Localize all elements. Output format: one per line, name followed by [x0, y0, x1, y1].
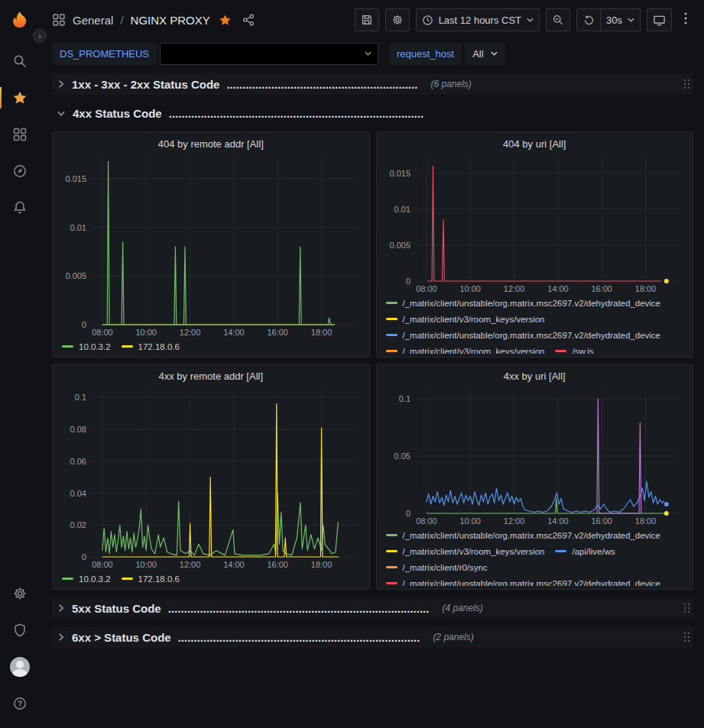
- chart-404-by-remote-addr[interactable]: 08:0010:0012:0014:0016:0018:0000.0050.01…: [59, 153, 363, 338]
- bell-icon: [12, 200, 28, 215]
- legend-item[interactable]: /_matrix/client/r0/sync: [386, 560, 488, 574]
- row-expand-toggle[interactable]: 5xx Status Code ........................…: [52, 602, 680, 615]
- legend-item[interactable]: 172.18.0.6: [122, 339, 180, 354]
- svg-text:18:00: 18:00: [634, 516, 656, 526]
- row-1xx-3xx-2xx-status-code: 1xx - 3xx - 2xx Status Code ............…: [52, 73, 693, 95]
- panels-grid: 404 by remote addr [All] 08:0010:0012:00…: [52, 131, 693, 590]
- breadcrumb-dashboard-title[interactable]: NGINX PROXY: [131, 14, 210, 27]
- legend-item[interactable]: 10.0.3.2: [62, 339, 111, 354]
- refresh-button[interactable]: [576, 8, 601, 31]
- grafana-app: ›: [0, 0, 704, 728]
- main-area: General / NGINX PROXY: [40, 0, 704, 728]
- dashboards-grid-icon: [12, 127, 28, 142]
- legend-item[interactable]: /_matrix/client/unstable/org.matrix.msc2…: [386, 296, 661, 310]
- legend-series-label: /_matrix/client/v3/room_keys/version: [403, 547, 545, 556]
- sidebar-item-explore[interactable]: [0, 153, 40, 189]
- panel-title[interactable]: 404 by uri [All]: [383, 136, 687, 153]
- kebab-menu-button[interactable]: [678, 12, 693, 28]
- dashboard-settings-button[interactable]: [385, 8, 410, 31]
- chart-4xx-by-remote-addr[interactable]: 08:0010:0012:0014:0016:0018:0000.020.040…: [59, 385, 363, 570]
- legend-item[interactable]: /_matrix/client/unstable/org.matrix.msc2…: [386, 528, 661, 542]
- legend-series-color: [122, 345, 133, 348]
- row-5xx-status-code: 5xx Status Code ........................…: [52, 597, 693, 619]
- favorite-star-button[interactable]: [217, 12, 233, 28]
- svg-text:?: ?: [18, 700, 22, 708]
- zoom-out-time-button[interactable]: [546, 8, 570, 31]
- row-title-leader-dots: ........................................…: [168, 602, 430, 615]
- sidebar-item-alerting[interactable]: [0, 189, 40, 226]
- save-dashboard-button[interactable]: [355, 8, 379, 31]
- row-title: 1xx - 3xx - 2xx Status Code: [72, 78, 219, 91]
- svg-text:16:00: 16:00: [591, 516, 612, 526]
- sidebar-item-search[interactable]: [0, 43, 40, 79]
- chevron-down-icon: [365, 51, 371, 56]
- shield-icon: [12, 623, 28, 638]
- svg-text:0.015: 0.015: [65, 174, 86, 183]
- variable-select-ds[interactable]: [160, 43, 378, 65]
- legend-item[interactable]: 172.18.0.6: [122, 571, 180, 586]
- variable-select-request-host[interactable]: All: [465, 43, 504, 65]
- apps-grid-icon[interactable]: [52, 13, 66, 27]
- svg-text:0: 0: [82, 320, 86, 329]
- sidebar-item-dashboards[interactable]: [0, 116, 40, 153]
- variable-request-host: request_host All: [389, 43, 505, 65]
- svg-text:14:00: 14:00: [223, 328, 245, 337]
- legend-item[interactable]: /_matrix/client/v3/room_keys/version: [386, 544, 545, 558]
- drag-dots-icon: [683, 78, 690, 90]
- legend-item[interactable]: 10.0.3.2: [62, 571, 111, 586]
- row-expand-toggle[interactable]: 6xx > Status Code ......................…: [52, 631, 680, 644]
- variable-label-request-host: request_host: [389, 43, 462, 65]
- share-button[interactable]: [240, 11, 257, 28]
- legend-series-color: [386, 550, 397, 552]
- legend-item[interactable]: /api/live/ws: [555, 544, 615, 558]
- sidebar-item-settings[interactable]: [0, 575, 40, 612]
- sidebar-item-starred[interactable]: [0, 79, 40, 116]
- row-drag-handle[interactable]: [680, 78, 693, 90]
- refresh-interval-dropdown[interactable]: 30s: [600, 8, 641, 31]
- kebab-icon: [684, 12, 687, 24]
- legend-item[interactable]: /_matrix/client/unstable/org.matrix.msc2…: [386, 576, 661, 586]
- svg-text:10:00: 10:00: [459, 284, 481, 293]
- panel-title[interactable]: 404 by remote addr [All]: [59, 136, 363, 153]
- row-6xx-status-code: 6xx > Status Code ......................…: [52, 626, 693, 648]
- svg-text:18:00: 18:00: [311, 328, 333, 337]
- grafana-logo[interactable]: [8, 9, 31, 32]
- time-range-picker[interactable]: Last 12 hours CST: [416, 8, 540, 31]
- chart-4xx-by-uri[interactable]: 08:0010:0012:0014:0016:0018:0000.050.1: [383, 385, 687, 526]
- chart-404-by-uri[interactable]: 08:0010:0012:0014:0016:0018:0000.0050.01…: [383, 153, 687, 294]
- svg-text:18:00: 18:00: [634, 284, 656, 293]
- sidebar-item-profile[interactable]: [0, 649, 40, 685]
- legend-item[interactable]: /_matrix/client/v3/room_keys/version: [386, 312, 545, 326]
- refresh-interval-label: 30s: [606, 15, 622, 26]
- panel-title[interactable]: 4xx by remote addr [All]: [59, 368, 363, 385]
- svg-text:0.01: 0.01: [394, 205, 410, 214]
- panel-title[interactable]: 4xx by uri [All]: [383, 368, 687, 385]
- time-range-label: Last 12 hours CST: [439, 15, 521, 26]
- legend-series-color: [555, 550, 566, 552]
- svg-text:10:00: 10:00: [135, 328, 157, 337]
- legend-series-color: [386, 582, 397, 584]
- sidebar-item-admin[interactable]: [0, 612, 40, 649]
- svg-text:18:00: 18:00: [311, 560, 333, 569]
- row-panel-count: (6 panels): [430, 79, 471, 89]
- cycle-view-mode-button[interactable]: [647, 8, 672, 31]
- svg-text:0.01: 0.01: [70, 223, 86, 232]
- legend-item[interactable]: /_matrix/client/v3/room_keys/version: [386, 344, 545, 354]
- star-icon: [12, 90, 28, 105]
- sidebar-expand-button[interactable]: ›: [33, 29, 47, 43]
- legend-series-color: [555, 350, 566, 352]
- svg-text:0.015: 0.015: [389, 169, 410, 178]
- monitor-icon: [653, 14, 666, 27]
- row-drag-handle[interactable]: [680, 602, 693, 614]
- sidebar-item-help[interactable]: ?: [0, 685, 40, 722]
- legend-series-color: [62, 578, 73, 580]
- breadcrumb-section[interactable]: General: [73, 14, 113, 27]
- svg-text:0.05: 0.05: [394, 451, 410, 461]
- row-expand-toggle[interactable]: 1xx - 3xx - 2xx Status Code ............…: [52, 78, 680, 91]
- legend-item[interactable]: /_matrix/client/unstable/org.matrix.msc2…: [386, 328, 661, 342]
- row-collapse-toggle[interactable]: 4xx Status Code ........................…: [52, 107, 693, 120]
- sidebar: ›: [0, 0, 40, 728]
- star-filled-icon: [219, 14, 232, 27]
- row-drag-handle[interactable]: [680, 631, 693, 643]
- legend-item[interactable]: /sw.js: [555, 344, 593, 354]
